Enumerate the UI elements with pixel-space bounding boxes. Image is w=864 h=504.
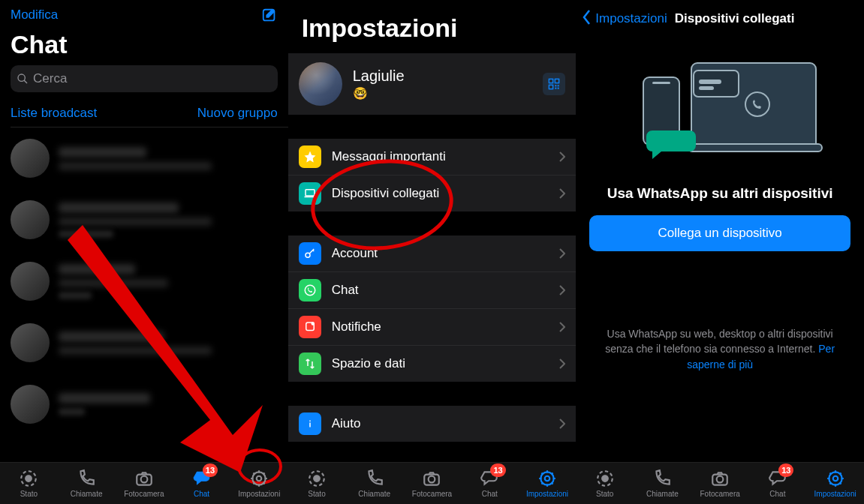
cell-label: Notifiche bbox=[332, 320, 549, 334]
tab-label: Stato bbox=[20, 490, 38, 498]
gear-icon bbox=[826, 469, 845, 488]
description: Usa WhatsApp su web, desktop o altri dis… bbox=[576, 326, 864, 372]
svg-rect-23 bbox=[309, 421, 311, 422]
tab-fotocamera[interactable]: Fotocamera bbox=[115, 463, 173, 504]
star-icon bbox=[299, 146, 321, 168]
chat-row[interactable] bbox=[0, 250, 288, 312]
tab-label: Chat bbox=[769, 490, 785, 498]
tab-label: Chat bbox=[482, 490, 498, 498]
page-title: Dispositivi collegati bbox=[675, 11, 856, 26]
svg-rect-12 bbox=[555, 85, 557, 86]
camera-icon bbox=[134, 469, 154, 488]
compose-icon[interactable] bbox=[261, 8, 278, 24]
camera-icon bbox=[710, 469, 730, 488]
svg-rect-14 bbox=[555, 88, 557, 89]
edit-button[interactable]: Modifica bbox=[11, 8, 58, 24]
chat-row[interactable] bbox=[0, 189, 288, 250]
avatar bbox=[299, 62, 342, 106]
chevron-right-icon bbox=[559, 418, 565, 429]
svg-point-18 bbox=[306, 253, 310, 257]
status-icon bbox=[307, 469, 327, 488]
key-icon bbox=[299, 242, 321, 265]
chat-row[interactable] bbox=[0, 128, 288, 189]
screen-settings: Impostazioni Lagiulie 🤓 Messaggi importa… bbox=[288, 0, 577, 504]
tab-chat[interactable]: 13Chat bbox=[461, 463, 519, 504]
settings-cell-starred[interactable]: Messaggi importanti bbox=[288, 139, 577, 176]
badge: 13 bbox=[203, 464, 218, 477]
tab-label: Fotocamera bbox=[700, 490, 739, 498]
tab-impostazioni[interactable]: Impostazioni bbox=[230, 463, 288, 504]
svg-point-4 bbox=[26, 476, 32, 482]
svg-rect-9 bbox=[549, 79, 553, 82]
tab-chiamate[interactable]: Chiamate bbox=[58, 463, 116, 504]
tab-label: Fotocamera bbox=[412, 490, 452, 498]
avatar bbox=[11, 385, 50, 424]
chevron-right-icon bbox=[559, 188, 565, 199]
tab-stato[interactable]: Stato bbox=[576, 463, 634, 504]
avatar bbox=[11, 200, 50, 239]
settings-cell-account[interactable]: Account bbox=[288, 236, 577, 272]
back-label[interactable]: Impostazioni bbox=[595, 11, 667, 26]
new-group-link[interactable]: Nuovo gruppo bbox=[197, 106, 278, 121]
screen-linked-devices: Impostazioni Dispositivi collegati bbox=[576, 0, 864, 504]
settings-group: Aiuto bbox=[288, 406, 577, 442]
tab-label: Fotocamera bbox=[124, 490, 164, 498]
svg-rect-11 bbox=[549, 85, 553, 88]
svg-rect-30 bbox=[688, 144, 822, 152]
tab-fotocamera[interactable]: Fotocamera bbox=[691, 463, 749, 504]
svg-rect-34 bbox=[699, 86, 714, 90]
gear-icon bbox=[537, 469, 557, 488]
screen-chat-list: Modifica Chat Cerca Liste broadcast Nuov… bbox=[0, 0, 288, 504]
tab-label: Impostazioni bbox=[526, 490, 568, 498]
chevron-right-icon bbox=[559, 358, 565, 369]
tab-chiamate[interactable]: Chiamate bbox=[634, 463, 691, 504]
chat-row[interactable] bbox=[0, 312, 288, 374]
tab-stato[interactable]: Stato bbox=[288, 463, 346, 504]
phone-icon bbox=[365, 469, 384, 488]
tab-stato[interactable]: Stato bbox=[0, 463, 58, 504]
tab-label: Stato bbox=[596, 490, 613, 498]
search-icon bbox=[17, 73, 29, 85]
svg-rect-36 bbox=[652, 82, 670, 84]
broadcast-link[interactable]: Liste broadcast bbox=[11, 106, 97, 121]
profile-row[interactable]: Lagiulie 🤓 bbox=[288, 53, 577, 115]
svg-point-27 bbox=[429, 476, 435, 483]
avatar bbox=[11, 262, 50, 301]
cell-label: Spazio e dati bbox=[332, 356, 549, 371]
qr-code-button[interactable] bbox=[543, 73, 565, 95]
settings-cell-notifications[interactable]: Notifiche bbox=[288, 309, 577, 346]
svg-rect-15 bbox=[558, 88, 559, 89]
avatar bbox=[11, 139, 50, 178]
tab-label: Chat bbox=[194, 490, 209, 498]
arrows-icon bbox=[299, 352, 321, 375]
tab-label: Chiamate bbox=[646, 490, 679, 498]
tab-impostazioni[interactable]: Impostazioni bbox=[519, 463, 577, 504]
tab-impostazioni[interactable]: Impostazioni bbox=[806, 463, 864, 504]
tab-chat[interactable]: 13Chat bbox=[749, 463, 807, 504]
tab-chiamate[interactable]: Chiamate bbox=[345, 463, 403, 504]
chat-row[interactable] bbox=[0, 374, 288, 435]
search-placeholder: Cerca bbox=[33, 71, 67, 86]
tab-chat[interactable]: 13 Chat bbox=[173, 463, 230, 504]
settings-cell-linked-devices[interactable]: Dispositivi collegati bbox=[288, 176, 577, 212]
link-device-button[interactable]: Collega un dispositivo bbox=[589, 215, 850, 251]
status-icon bbox=[19, 469, 38, 488]
settings-cell-storage[interactable]: Spazio e dati bbox=[288, 346, 577, 382]
qr-icon bbox=[548, 78, 560, 90]
search-input[interactable]: Cerca bbox=[11, 65, 278, 92]
settings-cell-help[interactable]: Aiuto bbox=[288, 406, 577, 442]
tab-label: Chiamate bbox=[358, 490, 390, 498]
tab-bar: Stato Chiamate Fotocamera 13 Chat Impost… bbox=[0, 462, 288, 504]
tab-bar: Stato Chiamate Fotocamera 13Chat Imposta… bbox=[576, 462, 864, 504]
tab-fotocamera[interactable]: Fotocamera bbox=[403, 463, 461, 504]
chevron-right-icon bbox=[559, 248, 565, 259]
tab-label: Impostazioni bbox=[814, 490, 856, 498]
back-button[interactable] bbox=[580, 9, 592, 28]
svg-point-19 bbox=[305, 285, 315, 296]
settings-cell-chat[interactable]: Chat bbox=[288, 272, 577, 309]
header: Impostazioni Dispositivi collegati bbox=[576, 0, 864, 34]
svg-rect-16 bbox=[306, 190, 315, 196]
svg-rect-10 bbox=[555, 79, 559, 82]
chat-list[interactable] bbox=[0, 128, 288, 462]
tab-label: Impostazioni bbox=[238, 490, 280, 498]
